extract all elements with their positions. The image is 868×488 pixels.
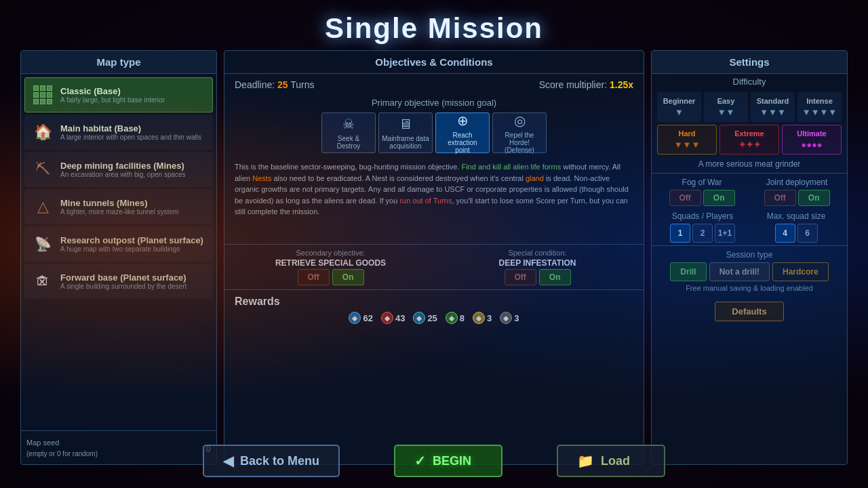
secondary-label: Secondary objective:	[230, 249, 431, 257]
map-desc-mining: An excavation area with big, open spaces	[60, 171, 186, 178]
difficulty-label: Difficulty	[652, 74, 847, 89]
map-icon-tunnels: △	[31, 195, 55, 219]
map-panel: Map type Classic (Base) A fairly large, …	[20, 50, 217, 465]
reward-3: ◆ 25	[413, 312, 437, 324]
squad-1plus1-btn[interactable]: 1+1	[715, 224, 735, 243]
maxsquad-4-btn[interactable]: 4	[775, 224, 795, 243]
joint-off-btn[interactable]: Off	[764, 190, 796, 206]
map-item-habitat[interactable]: 🏠 Main habitat (Base) A large interior w…	[24, 115, 213, 150]
fog-off-btn[interactable]: Off	[669, 190, 701, 206]
reward-icon-2: ◆	[381, 312, 393, 324]
map-icon-habitat: 🏠	[31, 120, 55, 144]
reward-icon-5: ◆	[473, 312, 485, 324]
rewards-title: Rewards	[235, 296, 633, 308]
diff-hard[interactable]: Hard ▼▼▼	[657, 125, 717, 155]
fog-of-war-block: Fog of War Off On	[657, 178, 747, 206]
begin-button[interactable]: ✓ BEGIN	[394, 445, 502, 477]
defaults-button[interactable]: Defaults	[715, 302, 783, 321]
map-item-mining[interactable]: ⛏ Deep mining facilities (Mines) An exca…	[24, 152, 213, 187]
secondary-value: RETRIEVE SPECIAL GOODS	[230, 258, 431, 268]
map-name-research: Research outpost (Planet surface)	[60, 235, 203, 245]
secondary-off-btn[interactable]: Off	[298, 269, 330, 285]
joint-on-btn[interactable]: On	[798, 190, 830, 206]
session-buttons: Drill Not a drill! Hardcore	[657, 262, 842, 281]
secondary-objective-block: Secondary objective: RETRIEVE SPECIAL GO…	[230, 249, 431, 285]
diff-easy-chevron: ▼▼	[717, 107, 735, 117]
joint-deployment-block: Joint deployment Off On	[752, 178, 842, 206]
back-to-menu-button[interactable]: ◀ Back to Menu	[203, 445, 340, 477]
map-item-research[interactable]: 📡 Research outpost (Planet surface) A hu…	[24, 226, 213, 262]
objective-buttons: ☠ Seek &Destroy 🖥 Mainframe dataacquisit…	[224, 110, 644, 156]
squads-buttons: 1 2 1+1	[657, 224, 748, 243]
obj-repel-label: Repel the Horde!(Defense)	[496, 131, 543, 154]
diff-easy[interactable]: Easy ▼▼	[704, 92, 748, 122]
secondary-section: Secondary objective: RETRIEVE SPECIAL GO…	[224, 244, 644, 289]
map-icon-research: 📡	[31, 232, 55, 256]
obj-extraction[interactable]: ⊕ Reach extractionpoint	[435, 113, 490, 153]
map-panel-header: Map type	[21, 51, 216, 74]
map-item-forward[interactable]: 🏚 Forward base (Planet surface) A single…	[24, 264, 213, 299]
diff-standard[interactable]: Standard ▼▼▼	[751, 92, 795, 122]
squad-1-btn[interactable]: 1	[670, 224, 690, 243]
load-label: Load	[601, 454, 630, 468]
rewards-row: ◆ 62 ◆ 43 ◆ 25 ◆ 8 ◆ 3	[235, 312, 633, 324]
reward-2: ◆ 43	[381, 312, 405, 324]
diff-extreme-chevron: ✦✦✦	[738, 140, 761, 150]
map-name-habitat: Main habitat (Base)	[60, 123, 201, 134]
diff-intense[interactable]: Intense ▼▼▼▼	[797, 92, 842, 122]
diff-easy-label: Easy	[717, 97, 735, 105]
squad-2-btn[interactable]: 2	[692, 224, 713, 243]
page-title: Single Mission	[0, 0, 868, 45]
map-name-forward: Forward base (Planet surface)	[60, 272, 186, 283]
diff-beginner-label: Beginner	[663, 97, 696, 105]
obj-description: This is the baseline sector-sweeping, bu…	[224, 156, 644, 244]
obj-mainframe[interactable]: 🖥 Mainframe dataacquisition	[378, 113, 433, 153]
map-desc-habitat: A large interior with open spaces and th…	[60, 134, 201, 141]
fog-label: Fog of War	[657, 178, 747, 187]
map-desc-forward: A single building surrounded by the dese…	[60, 283, 186, 290]
session-label: Session type	[657, 250, 842, 260]
obj-repel[interactable]: ◎ Repel the Horde!(Defense)	[492, 113, 547, 153]
map-icon-classic	[31, 83, 55, 107]
diff-ultimate[interactable]: Ultimate ●●●●	[782, 125, 842, 155]
diff-beginner[interactable]: Beginner ▼	[657, 92, 701, 122]
squads-block: Squads / Players 1 2 1+1	[657, 211, 748, 243]
settings-panel: Settings Difficulty Beginner ▼ Easy ▼▼ S…	[651, 50, 848, 465]
primary-obj-label: Primary objective (mission goal)	[224, 96, 644, 110]
diff-hard-chevron: ▼▼▼	[674, 140, 701, 150]
map-desc-tunnels: A tighter, more maze-like tunnel system	[60, 208, 179, 216]
begin-label: BEGIN	[433, 454, 471, 468]
session-notdrill-btn[interactable]: Not a drill!	[709, 262, 770, 281]
maxsquad-6-btn[interactable]: 6	[797, 224, 818, 243]
score-info: Score multiplier: 1.25x	[539, 79, 633, 90]
skull-icon: ☠	[342, 116, 355, 132]
obj-seek-destroy[interactable]: ☠ Seek &Destroy	[321, 113, 376, 153]
fog-on-btn[interactable]: On	[703, 190, 735, 206]
map-name-mining: Deep mining facilities (Mines)	[60, 161, 186, 171]
reward-value-2: 43	[395, 313, 405, 323]
diff-extreme-label: Extreme	[734, 129, 764, 138]
saving-text: Free manual saving & loading enabled	[657, 281, 842, 295]
rewards-section: Rewards ◆ 62 ◆ 43 ◆ 25 ◆ 8	[224, 289, 644, 329]
special-condition-block: Special condition: DEEP INFESTATION Off …	[437, 249, 638, 285]
special-off-btn[interactable]: Off	[505, 269, 536, 285]
reward-value-3: 25	[427, 313, 437, 323]
session-drill-btn[interactable]: Drill	[670, 262, 706, 281]
special-value: DEEP INFESTATION	[437, 258, 638, 268]
session-hardcore-btn[interactable]: Hardcore	[772, 262, 829, 281]
reward-5: ◆ 3	[473, 312, 492, 324]
deadline-info: Deadline: 25 Turns	[235, 79, 315, 90]
squads-label: Squads / Players	[657, 211, 748, 221]
diff-ultimate-chevron: ●●●●	[801, 140, 822, 150]
load-button[interactable]: 📁 Load	[557, 445, 665, 477]
diff-extreme[interactable]: Extreme ✦✦✦	[719, 125, 779, 155]
diff-intense-chevron: ▼▼▼▼	[802, 107, 837, 117]
secondary-on-btn[interactable]: On	[332, 269, 364, 285]
diff-standard-chevron: ▼▼▼	[760, 107, 786, 117]
map-item-classic[interactable]: Classic (Base) A fairly large, but tight…	[24, 77, 213, 113]
special-on-btn[interactable]: On	[539, 269, 571, 285]
maxsquad-block: Max. squad size 4 6	[751, 211, 842, 243]
map-item-tunnels[interactable]: △ Mine tunnels (Mines) A tighter, more m…	[24, 189, 213, 224]
joint-label: Joint deployment	[752, 178, 842, 187]
obj-seek-label: Seek &Destroy	[337, 135, 360, 150]
